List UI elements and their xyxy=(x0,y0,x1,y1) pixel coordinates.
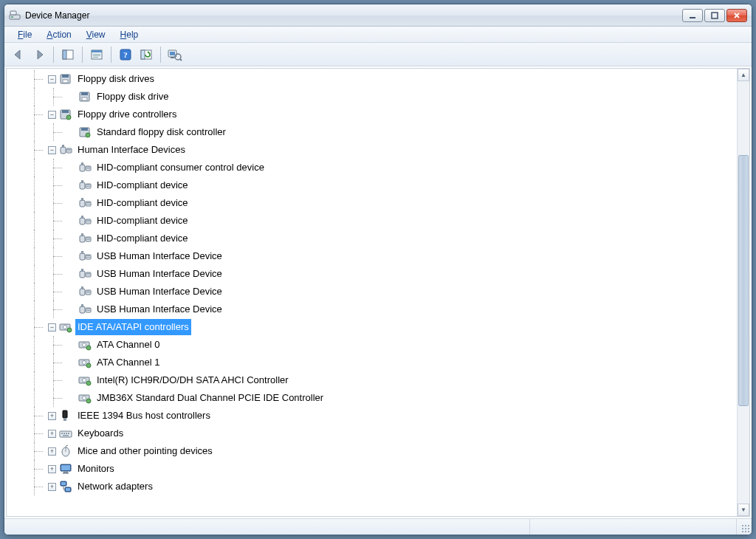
vertical-scrollbar[interactable]: ▲ ▼ xyxy=(737,69,749,516)
back-button[interactable] xyxy=(9,45,28,64)
expand-toggle[interactable]: + xyxy=(48,430,56,438)
tree-node-label[interactable]: Floppy drive controllers xyxy=(75,106,179,123)
tree-node-label[interactable]: HID-compliant device xyxy=(94,195,190,211)
tree-node-label[interactable]: IEEE 1394 Bus host controllers xyxy=(75,408,213,424)
expand-toggle[interactable]: + xyxy=(48,412,56,420)
forward-button[interactable] xyxy=(30,45,49,64)
menu-action[interactable]: ActionAction xyxy=(41,28,77,41)
tree-node-ide[interactable]: −IDE ATA/ATAPI controllers xyxy=(10,318,737,336)
collapse-toggle[interactable]: − xyxy=(48,323,56,332)
toolbar-separator xyxy=(82,47,83,63)
tree-node-hid-dev-4[interactable]: HID-compliant device xyxy=(10,230,737,247)
tree-node-ata-0[interactable]: ATA Channel 0 xyxy=(10,336,737,354)
scan-hardware-button[interactable] xyxy=(165,45,185,64)
tree-node-label[interactable]: Floppy disk drives xyxy=(75,71,157,87)
tree-node-hid-dev-1[interactable]: HID-compliant device xyxy=(10,176,737,194)
tree-node-floppy-ctrl[interactable]: −Floppy drive controllers xyxy=(10,106,737,123)
tree-node-label[interactable]: ATA Channel 0 xyxy=(94,337,162,353)
hid-icon xyxy=(78,232,92,245)
resize-grip[interactable] xyxy=(737,519,752,535)
tree-node-jmb36x[interactable]: JMB36X Standard Dual Channel PCIE IDE Co… xyxy=(10,389,737,407)
svg-rect-58 xyxy=(81,233,83,236)
svg-rect-76 xyxy=(86,292,90,293)
hid-icon xyxy=(59,143,72,157)
tree-node-hid[interactable]: −Human Interface Devices xyxy=(10,141,737,159)
tree-node-label[interactable]: Standard floppy disk controller xyxy=(94,124,228,140)
tree-node-label[interactable]: HID-compliant device xyxy=(94,230,190,247)
close-button[interactable] xyxy=(726,9,747,22)
titlebar[interactable]: Device Manager xyxy=(4,4,752,27)
tree-node-label[interactable]: JMB36X Standard Dual Channel PCIE IDE Co… xyxy=(94,390,326,406)
tree-node-label[interactable]: Floppy disk drive xyxy=(94,89,171,105)
device-tree[interactable]: −Floppy disk drivesFloppy disk drive−Flo… xyxy=(7,69,737,516)
ide-icon xyxy=(78,391,92,405)
toolbar-separator xyxy=(53,47,54,63)
tree-node-label[interactable]: USB Human Interface Device xyxy=(94,284,224,300)
expand-toggle[interactable]: + xyxy=(48,483,56,491)
tree-node-label[interactable]: Human Interface Devices xyxy=(75,142,188,158)
svg-point-31 xyxy=(86,133,90,137)
tree-node-label[interactable]: USB Human Interface Device xyxy=(94,248,224,264)
tree-node-hid-consumer[interactable]: HID-compliant consumer control device xyxy=(10,159,737,176)
status-cell xyxy=(4,519,530,535)
tree-node-label[interactable]: Keyboards xyxy=(75,425,126,442)
tree-node-label[interactable]: Monitors xyxy=(75,461,117,477)
svg-rect-61 xyxy=(86,239,90,240)
tree-node-label[interactable]: ATA Channel 1 xyxy=(94,354,162,371)
menu-view[interactable]: ViewView xyxy=(80,28,111,41)
tree-node-label[interactable]: HID-compliant device xyxy=(94,177,190,193)
menu-file[interactable]: FFileile xyxy=(12,28,38,41)
tree-node-label[interactable]: Mice and other pointing devices xyxy=(75,443,215,459)
svg-rect-42 xyxy=(80,182,85,189)
collapse-toggle[interactable]: − xyxy=(48,111,56,119)
tree-node-network[interactable]: +Network adapters xyxy=(10,478,737,495)
tree-node-ieee1394[interactable]: +IEEE 1394 Bus host controllers xyxy=(10,407,737,425)
svg-rect-73 xyxy=(81,286,83,289)
floppy-icon xyxy=(78,90,92,103)
tree-node-std-floppy-ctrl[interactable]: Standard floppy disk controller xyxy=(10,123,737,141)
tree-node-mice[interactable]: +Mice and other pointing devices xyxy=(10,442,737,460)
properties-button[interactable] xyxy=(87,45,106,64)
svg-point-89 xyxy=(83,361,86,365)
tree-node-keyboards[interactable]: +Keyboards xyxy=(10,425,737,442)
tree-node-floppy-drive-1[interactable]: Floppy disk drive xyxy=(10,88,737,106)
collapse-toggle[interactable]: − xyxy=(48,75,56,83)
tree-node-ata-1[interactable]: ATA Channel 1 xyxy=(10,354,737,371)
svg-rect-53 xyxy=(81,216,83,219)
tree-node-floppy-drives[interactable]: −Floppy disk drives xyxy=(10,70,737,88)
refresh-button[interactable] xyxy=(137,45,156,64)
svg-rect-48 xyxy=(81,198,83,201)
tree-node-label[interactable]: Intel(R) ICH9R/DO/DH SATA AHCI Controlle… xyxy=(94,372,291,388)
tree-node-usb-hid-3[interactable]: USB Human Interface Device xyxy=(10,283,737,301)
maximize-button[interactable] xyxy=(704,9,725,22)
scroll-up-button[interactable]: ▲ xyxy=(738,69,749,81)
tree-node-label[interactable]: IDE ATA/ATAPI controllers xyxy=(75,319,191,335)
app-icon xyxy=(9,10,21,21)
tree-node-hid-dev-2[interactable]: HID-compliant device xyxy=(10,194,737,212)
svg-rect-97 xyxy=(63,411,67,418)
expand-toggle[interactable]: + xyxy=(48,447,56,456)
hid-icon xyxy=(78,196,92,210)
tree-node-usb-hid-1[interactable]: USB Human Interface Device xyxy=(10,247,737,265)
help-button[interactable]: ? xyxy=(116,45,135,64)
expand-toggle[interactable]: + xyxy=(48,465,56,473)
scroll-down-button[interactable]: ▼ xyxy=(738,504,749,516)
hid-icon xyxy=(78,214,92,227)
scroll-thumb[interactable] xyxy=(738,155,749,406)
tree-node-label[interactable]: USB Human Interface Device xyxy=(94,301,224,317)
tree-node-label[interactable]: Network adapters xyxy=(75,478,155,495)
tree-node-label[interactable]: USB Human Interface Device xyxy=(94,266,224,282)
menu-help[interactable]: HelpHelp xyxy=(114,28,145,41)
collapse-toggle[interactable]: − xyxy=(48,146,56,154)
tree-node-monitors[interactable]: +Monitors xyxy=(10,460,737,478)
tree-node-ich9r[interactable]: Intel(R) ICH9R/DO/DH SATA AHCI Controlle… xyxy=(10,371,737,389)
tree-node-label[interactable]: HID-compliant device xyxy=(94,213,190,229)
minimize-button[interactable] xyxy=(682,9,703,22)
scroll-track[interactable] xyxy=(738,81,749,504)
tree-node-usb-hid-4[interactable]: USB Human Interface Device xyxy=(10,301,737,318)
show-hide-tree-button[interactable] xyxy=(58,45,78,64)
floppy-ctrl-icon xyxy=(59,108,72,121)
tree-node-hid-dev-3[interactable]: HID-compliant device xyxy=(10,212,737,230)
tree-node-label[interactable]: HID-compliant consumer control device xyxy=(94,159,267,176)
tree-node-usb-hid-2[interactable]: USB Human Interface Device xyxy=(10,265,737,283)
